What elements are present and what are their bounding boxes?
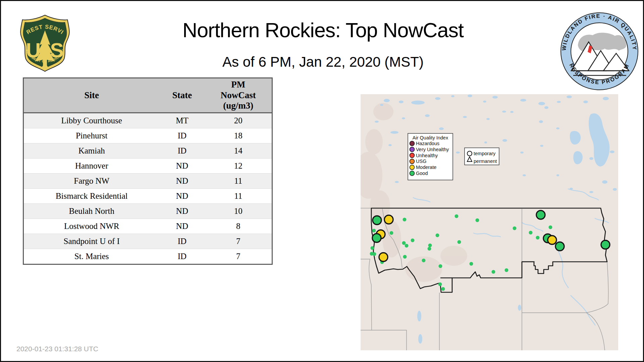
table-row[interactable]: St. MariesID7	[23, 249, 272, 264]
monitor-dot[interactable]	[455, 215, 459, 218]
table-row[interactable]: PinehurstID18	[23, 128, 272, 143]
monitor-dot[interactable]	[441, 287, 445, 291]
monitor-dot[interactable]	[529, 231, 533, 235]
table-header-row: Site State PM NowCast (ug/m3)	[23, 78, 272, 113]
legend-swatch-very-unhealthy	[410, 147, 415, 152]
monitor-dot[interactable]	[470, 262, 473, 266]
monitor-type-legend: temporary permanent	[465, 148, 499, 165]
monitor-dot[interactable]	[436, 234, 439, 237]
monitor-dot[interactable]	[549, 226, 552, 229]
legend-swatch-unhealthy	[410, 153, 415, 158]
monitor-dot[interactable]	[371, 246, 374, 250]
monitor-dot[interactable]	[390, 231, 393, 235]
aqi-map[interactable]: Air Quality Index HazardousVery Unhealth…	[361, 94, 618, 350]
column-header-pm[interactable]: PM NowCast (ug/m3)	[205, 78, 272, 113]
monitor-dot[interactable]	[372, 229, 376, 233]
table-row[interactable]: Libby CourthouseMT20	[23, 113, 272, 128]
temporary-label: temporary	[474, 151, 496, 156]
table-row[interactable]: Lostwood NWRND8	[23, 219, 272, 234]
table-row[interactable]: Fargo NWND11	[23, 174, 272, 189]
aqi-legend: Air Quality Index HazardousVery Unhealth…	[408, 133, 453, 180]
monitor-dot[interactable]	[373, 252, 376, 256]
column-header-state[interactable]: State	[159, 78, 205, 113]
monitor-dot[interactable]	[428, 244, 432, 247]
legend-swatch-good	[410, 171, 415, 176]
legend-label: USG	[416, 159, 426, 164]
table-row[interactable]: HannoverND12	[23, 159, 272, 174]
monitor-dot[interactable]	[439, 264, 442, 268]
monitor-dot[interactable]	[428, 247, 431, 251]
monitor-dot[interactable]	[403, 218, 407, 222]
monitor-dot[interactable]	[403, 255, 407, 259]
monitor-dot[interactable]	[476, 219, 479, 222]
permanent-label: permanent	[474, 159, 497, 164]
legend-swatch-usg	[410, 159, 415, 164]
legend-swatch-moderate	[410, 165, 415, 170]
site-marker-kamiah[interactable]	[379, 253, 388, 261]
site-marker-libby-courthouse[interactable]	[384, 215, 393, 224]
monitor-dot[interactable]	[405, 244, 409, 248]
monitor-dot[interactable]	[492, 270, 495, 274]
legend-label: Very Unhealthy	[416, 147, 449, 152]
column-header-site[interactable]: Site	[23, 78, 160, 113]
legend-label: Hazardous	[416, 141, 439, 146]
generated-timestamp: 2020-01-23 01:31:28 UTC	[16, 345, 98, 353]
monitor-dot[interactable]	[402, 241, 406, 245]
monitor-dot[interactable]	[536, 236, 540, 240]
monitor-dot[interactable]	[438, 283, 442, 286]
monitor-dot[interactable]	[505, 268, 508, 272]
monitor-dot[interactable]	[422, 259, 426, 262]
map-terrain-background	[361, 94, 618, 350]
legend-label: Good	[416, 171, 428, 176]
table-row[interactable]: Bismarck ResidentialND11	[23, 189, 272, 204]
table-row[interactable]: Beulah NorthND10	[23, 204, 272, 219]
site-marker-bismarck-residential[interactable]	[555, 242, 564, 251]
site-marker-sandpoint-u-of-i[interactable]	[373, 216, 381, 225]
legend-label: Unhealthy	[416, 153, 438, 158]
site-marker-st-maries[interactable]	[372, 234, 381, 242]
site-marker-hannover[interactable]	[548, 236, 556, 244]
aqi-legend-title: Air Quality Index	[413, 135, 448, 140]
table-row[interactable]: Sandpoint U of IID7	[23, 234, 272, 249]
site-marker-fargo-nw[interactable]	[601, 240, 610, 249]
monitor-dot[interactable]	[513, 227, 517, 230]
top-nowcast-table: Site State PM NowCast (ug/m3) Libby Cour…	[23, 77, 273, 265]
site-marker-lostwood-nwr[interactable]	[536, 210, 545, 219]
page-subtitle: As of 6 PM, Jan 22, 2020 (MST)	[1, 54, 644, 70]
page-title: Northern Rockies: Top NowCast	[1, 18, 644, 42]
legend-swatch-hazardous	[410, 141, 415, 146]
monitor-dot[interactable]	[411, 239, 415, 242]
site-table-body: Libby CourthouseMT20PinehurstID18KamiahI…	[23, 113, 272, 264]
table-row[interactable]: KamiahID14	[23, 143, 272, 159]
legend-label: Moderate	[416, 165, 436, 170]
slide-frame: FOREST SERVICE U S DEPARTMENT OF AGRICUL…	[0, 0, 644, 362]
wfaqrp-logo: WILDLAND FIRE · AIR QUALITY RESPONSE PRO…	[559, 11, 640, 92]
monitor-dot[interactable]	[458, 240, 461, 244]
